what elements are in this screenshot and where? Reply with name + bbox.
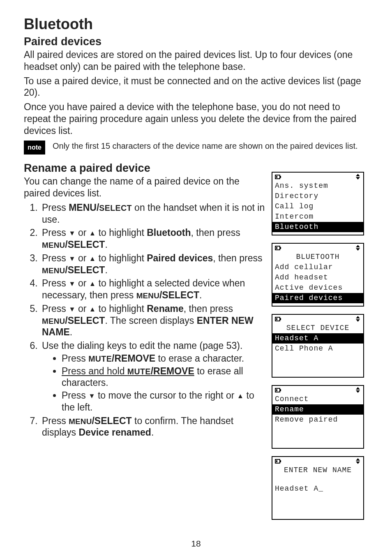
menu-smallcaps: MENU: [42, 266, 65, 275]
svg-marker-9: [356, 248, 360, 251]
svg-marker-24: [356, 461, 360, 464]
lcd-item: Call log: [275, 201, 361, 212]
bullet-move-cursor: Press ▼ to move the cursor to the right …: [62, 390, 267, 413]
text: or: [76, 227, 89, 238]
battery-icon: [275, 316, 281, 323]
svg-rect-7: [276, 247, 277, 249]
updown-icon: [355, 387, 361, 394]
text: or: [76, 278, 89, 288]
menu-smallcaps: MENU: [69, 417, 92, 426]
text: To use a paired device, it must be conne…: [24, 76, 320, 86]
section-rename: Rename a paired device: [24, 162, 267, 175]
lcd-item-selected: Bluetooth: [272, 222, 363, 232]
bold-rename: Rename: [147, 303, 183, 314]
battery-icon: [275, 387, 281, 394]
lcd-item: Add headset: [275, 272, 361, 283]
svg-marker-8: [356, 245, 360, 247]
lcd-select-device: SELECT DEVICE Headset A Cell Phone A: [272, 314, 364, 378]
svg-rect-12: [276, 318, 277, 320]
down-icon: ▼: [69, 255, 75, 263]
down-icon: ▼: [69, 229, 75, 238]
text: , then press: [213, 253, 262, 263]
svg-rect-10: [275, 317, 280, 321]
updown-icon: [355, 316, 361, 323]
svg-rect-21: [280, 460, 281, 462]
note-block: note Only the first 15 characters of the…: [24, 141, 368, 155]
menu-smallcaps: MENU: [136, 291, 159, 300]
lcd-main-menu: Ans. system Directory Call log Intercom …: [272, 172, 364, 235]
svg-marker-3: [356, 174, 360, 176]
step-4: Press ▼ or ▲ to highlight a selected dev…: [40, 277, 267, 301]
down-icon: ▼: [69, 305, 75, 314]
step-3: Press ▼ or ▲ to highlight Paired devices…: [40, 252, 267, 276]
text: , then press: [184, 303, 233, 314]
bullet-erase-char: Press MUTE/REMOVE to erase a character.: [62, 353, 267, 364]
bold-paired-devices: Paired devices: [147, 253, 213, 263]
up-icon: ▲: [89, 229, 96, 238]
lcd-item: Connect: [275, 394, 361, 404]
up-icon: ▲: [89, 255, 96, 263]
lcd-item: Intercom: [275, 212, 361, 222]
mute-smallcaps: MUTE: [127, 367, 151, 376]
lcd-item: Remove paired: [275, 415, 361, 425]
svg-rect-17: [276, 389, 277, 391]
text: Press: [62, 390, 88, 401]
remove-big: /REMOVE: [151, 366, 194, 376]
lcd-item-selected: Rename: [272, 404, 363, 415]
svg-rect-5: [275, 246, 280, 250]
paragraph: You can change the name of a paired devi…: [24, 175, 267, 199]
svg-marker-23: [356, 458, 360, 461]
svg-rect-15: [275, 388, 280, 392]
paragraph: To use a paired device, it must be conne…: [24, 75, 368, 99]
text: Use the dialing keys to edit the name (p…: [42, 340, 242, 351]
text: to highlight: [96, 303, 147, 314]
text: to erase a character.: [155, 353, 244, 364]
select-big: /SELECT: [92, 415, 131, 426]
step-1: Press MENU/SELECT on the handset when it…: [40, 202, 267, 226]
lcd-bluetooth-menu: BLUETOOTH Add cellular Add headset Activ…: [272, 243, 364, 307]
svg-marker-4: [356, 177, 360, 180]
bold-bluetooth: Bluetooth: [147, 227, 191, 238]
lcd-header: BLUETOOTH: [275, 252, 361, 262]
text: or: [76, 303, 89, 314]
remove-big: /REMOVE: [112, 353, 155, 364]
svg-marker-13: [356, 316, 360, 318]
svg-rect-11: [280, 318, 281, 320]
text: Press: [42, 227, 69, 238]
text: Press: [42, 303, 69, 314]
step-5: Press ▼ or ▲ to highlight Rename, then p…: [40, 303, 267, 338]
text: to highlight: [96, 253, 147, 263]
lcd-header: SELECT DEVICE: [275, 323, 361, 333]
select-big: /SELECT: [65, 265, 105, 275]
text: . The screen displays: [105, 315, 196, 326]
text: .: [151, 427, 154, 438]
lcd-input-value: Headset A_: [275, 484, 361, 494]
up-icon: ▲: [237, 392, 244, 401]
svg-rect-0: [275, 175, 280, 179]
select-smallcaps: SELECT: [99, 203, 131, 212]
step-6: Use the dialing keys to edit the name (p…: [40, 340, 267, 413]
svg-rect-2: [276, 176, 277, 178]
lcd-item-selected: Headset A: [272, 333, 363, 344]
lcd-header: ENTER NEW NAME: [275, 465, 361, 475]
text: Press: [62, 353, 88, 364]
section-paired-devices: Paired devices: [24, 35, 368, 48]
svg-rect-22: [276, 460, 277, 462]
select-big: /SELECT: [65, 315, 105, 326]
down-icon: ▼: [69, 280, 75, 288]
battery-icon: [275, 245, 281, 252]
svg-rect-16: [280, 389, 281, 391]
note-badge: note: [24, 141, 45, 155]
select-big: /SELECT: [159, 290, 199, 300]
lcd-item: Ans. system: [275, 181, 361, 191]
updown-icon: [355, 458, 361, 465]
text: , then press: [191, 227, 240, 238]
svg-marker-18: [356, 387, 360, 390]
up-icon: ▲: [89, 305, 96, 314]
svg-rect-20: [275, 459, 280, 463]
step-7: Press MENU/SELECT to confirm. The handse…: [40, 415, 267, 439]
lcd-device-actions: Connect Rename Remove paired: [272, 385, 364, 449]
lcd-item: Cell Phone A: [275, 344, 361, 354]
lcd-item-selected: Paired devices: [272, 293, 363, 303]
svg-rect-6: [280, 247, 281, 249]
